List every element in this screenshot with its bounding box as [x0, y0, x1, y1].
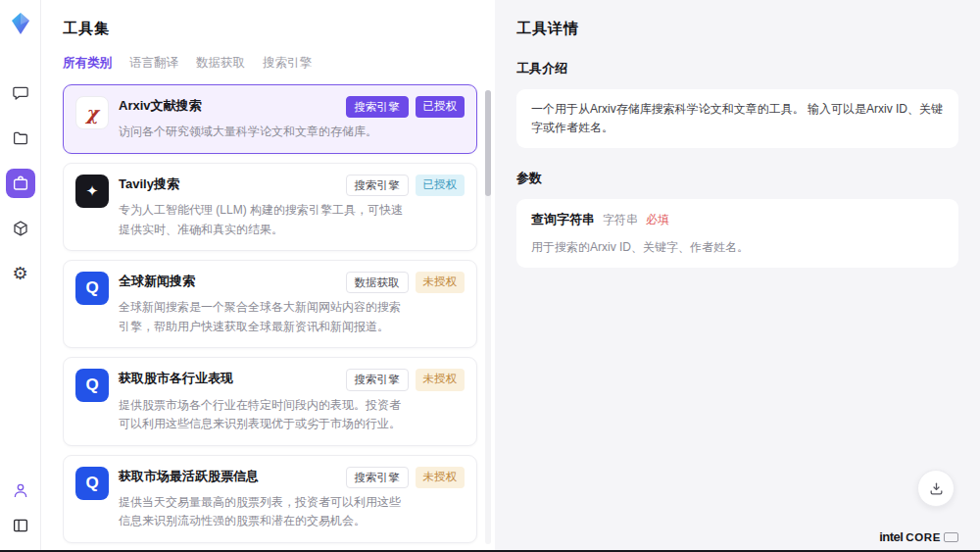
- param-name: 查询字符串: [531, 210, 595, 230]
- download-button[interactable]: [917, 470, 955, 507]
- stock-glyph: Q: [85, 376, 98, 395]
- detail-title: 工具详情: [516, 20, 958, 38]
- param-type: 字符串: [603, 211, 638, 229]
- param-card: 查询字符串 字符串 必填 用于搜索的Arxiv ID、关键字、作者姓名。: [516, 199, 958, 268]
- tool-card-badges: 搜索引擎 未授权: [346, 369, 466, 390]
- tool-card-badges: 搜索引擎 已授权: [346, 175, 466, 196]
- tool-card-badges: 搜索引擎 未授权: [346, 467, 466, 488]
- category-badge: 搜索引擎: [346, 369, 409, 390]
- sidebar-item-collapse[interactable]: [6, 511, 35, 540]
- tool-card[interactable]: Q 全球新闻搜索 数据获取 未授权 全球新闻搜索是一个聚合全球各大新闻网站内容的…: [63, 260, 477, 348]
- sidebar-item-user[interactable]: [6, 476, 35, 505]
- tool-card[interactable]: χ Arxiv文献搜索 搜索引擎 已授权 访问各个研究领域大量科学论文和文章的存…: [63, 84, 477, 154]
- intel-core-text: CORE: [906, 531, 941, 543]
- tool-card-description: 全球新闻搜索是一个聚合全球各大新闻网站内容的搜索引擎，帮助用户快速获取全球最新资…: [119, 298, 409, 336]
- param-head: 查询字符串 字符串 必填: [531, 210, 944, 230]
- app-window: ⚙ 工具集 所有类别 语言翻译 数据获取: [0, 0, 980, 552]
- tool-card-title: Arxiv文献搜索: [119, 96, 202, 116]
- app-logo-icon: [10, 12, 31, 35]
- arxiv-glyph: χ: [86, 102, 99, 124]
- params-section-title: 参数: [516, 170, 958, 187]
- intel-brand-text: intel: [879, 529, 903, 544]
- tool-card-body: 获取市场最活跃股票信息 搜索引擎 未授权 提供当天交易量最高的股票列表，投资者可…: [119, 467, 465, 531]
- tool-card-body: Tavily搜索 搜索引擎 已授权 专为人工智能代理 (LLM) 构建的搜索引擎…: [119, 175, 465, 239]
- page-title: 工具集: [63, 20, 495, 38]
- arxiv-logo-icon: χ: [75, 96, 109, 129]
- tool-card-body: 获取股市各行业表现 搜索引擎 未授权 提供股票市场各个行业在特定时间段内的表现。…: [119, 369, 465, 433]
- cube-icon: [12, 220, 29, 237]
- tool-card-title: 获取股市各行业表现: [119, 369, 233, 388]
- tool-card-head: Tavily搜索 搜索引擎 已授权: [119, 175, 465, 196]
- sidebar-item-tools[interactable]: [6, 169, 35, 198]
- param-required-badge: 必填: [646, 211, 669, 229]
- tool-card-head: 全球新闻搜索 数据获取 未授权: [119, 272, 465, 293]
- sidebar-item-files[interactable]: [6, 124, 35, 153]
- tab-search-engine[interactable]: 搜索引擎: [263, 55, 312, 72]
- category-badge: 数据获取: [346, 272, 409, 293]
- scrollbar[interactable]: [485, 90, 491, 544]
- tab-language-translation[interactable]: 语言翻译: [129, 55, 178, 72]
- tool-card-body: 全球新闻搜索 数据获取 未授权 全球新闻搜索是一个聚合全球各大新闻网站内容的搜索…: [119, 272, 465, 336]
- active-stocks-logo-icon: Q: [75, 467, 109, 500]
- auth-badge: 已授权: [416, 175, 466, 196]
- auth-badge: 已授权: [416, 96, 466, 118]
- tool-card-title: 获取市场最活跃股票信息: [119, 467, 259, 486]
- category-badge: 搜索引擎: [346, 96, 409, 118]
- param-description: 用于搜索的Arxiv ID、关键字、作者姓名。: [531, 238, 944, 257]
- tool-card-description: 专为人工智能代理 (LLM) 构建的搜索引擎工具，可快速提供实时、准确和真实的结…: [119, 201, 409, 239]
- tool-card[interactable]: ✦ Tavily搜索 搜索引擎 已授权 专为人工智能代理 (LLM) 构建的搜索…: [63, 163, 477, 251]
- auth-badge: 未授权: [416, 467, 466, 488]
- folder-icon: [12, 129, 29, 147]
- sidebar-item-plugins[interactable]: [6, 214, 35, 243]
- tool-detail-panel: 工具详情 工具介绍 一个用于从Arxiv存储库搜索科学论文和文章的工具。 输入可…: [495, 0, 980, 552]
- intel-core-logo: intel CORE: [879, 529, 958, 544]
- tool-card-description: 提供当天交易量最高的股票列表，投资者可以利用这些信息来识别流动性强的股票和潜在的…: [119, 493, 409, 531]
- tool-card-body: Arxiv文献搜索 搜索引擎 已授权 访问各个研究领域大量科学论文和文章的存储库…: [119, 96, 465, 142]
- tool-card-description: 访问各个研究领域大量科学论文和文章的存储库。: [119, 123, 409, 141]
- category-tabs: 所有类别 语言翻译 数据获取 搜索引擎: [63, 55, 495, 72]
- tab-data-fetch[interactable]: 数据获取: [196, 55, 245, 72]
- auth-badge: 未授权: [416, 369, 466, 390]
- tavily-glyph: ✦: [86, 182, 99, 200]
- intro-section-title: 工具介绍: [516, 60, 958, 77]
- briefcase-icon: [12, 175, 29, 192]
- gear-icon: ⚙: [12, 265, 27, 282]
- tool-card-head: Arxiv文献搜索 搜索引擎 已授权: [119, 96, 465, 118]
- tool-card-description: 提供股票市场各个行业在特定时间段内的表现。投资者可以利用这些信息来识别表现优于或…: [119, 396, 409, 434]
- scrollbar-thumb[interactable]: [485, 90, 491, 196]
- tool-card-title: 全球新闻搜索: [119, 272, 195, 291]
- sidebar-item-settings[interactable]: ⚙: [6, 259, 35, 288]
- stocks-glyph: Q: [85, 474, 98, 493]
- intel-chip-badge: [944, 532, 958, 542]
- sidebar: ⚙: [0, 0, 41, 552]
- tool-card-title: Tavily搜索: [119, 175, 179, 194]
- intro-card: 一个用于从Arxiv存储库搜索科学论文和文章的工具。 输入可以是Arxiv ID…: [516, 89, 958, 148]
- user-icon: [12, 481, 29, 499]
- tool-card-badges: 数据获取 未授权: [346, 272, 466, 293]
- tool-list-panel: 工具集 所有类别 语言翻译 数据获取 搜索引擎 χ Arxiv文献搜索 搜索引擎…: [41, 0, 495, 552]
- tool-card[interactable]: Q 获取市场最活跃股票信息 搜索引擎 未授权 提供当天交易量最高的股票列表，投资…: [63, 455, 477, 543]
- tool-card-head: 获取股市各行业表现 搜索引擎 未授权: [119, 369, 465, 390]
- category-badge: 搜索引擎: [346, 467, 409, 488]
- tool-card[interactable]: Q 获取股市各行业表现 搜索引擎 未授权 提供股票市场各个行业在特定时间段内的表…: [63, 357, 477, 445]
- news-glyph: Q: [85, 278, 98, 298]
- auth-badge: 未授权: [416, 272, 466, 293]
- intro-text: 一个用于从Arxiv存储库搜索科学论文和文章的工具。 输入可以是Arxiv ID…: [531, 102, 943, 134]
- download-icon: [928, 480, 945, 497]
- tavily-logo-icon: ✦: [75, 175, 109, 208]
- global-news-logo-icon: Q: [75, 272, 109, 305]
- sidebar-item-chat[interactable]: [6, 78, 35, 108]
- stock-sector-logo-icon: Q: [75, 369, 109, 402]
- tool-card-badges: 搜索引擎 已授权: [346, 96, 466, 118]
- category-badge: 搜索引擎: [346, 175, 409, 196]
- tool-cards-list: χ Arxiv文献搜索 搜索引擎 已授权 访问各个研究领域大量科学论文和文章的存…: [63, 84, 495, 552]
- tool-card-head: 获取市场最活跃股票信息 搜索引擎 未授权: [119, 467, 465, 488]
- panel-icon: [12, 517, 29, 534]
- tab-all-categories[interactable]: 所有类别: [63, 55, 112, 72]
- chat-icon: [12, 84, 29, 102]
